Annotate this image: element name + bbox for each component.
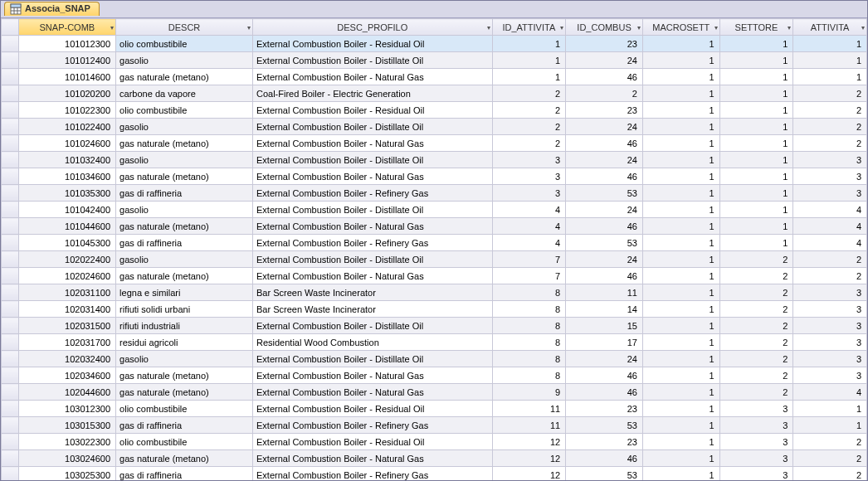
cell-snap[interactable]: 102044600 [18,384,115,401]
cell-snap[interactable]: 102022400 [18,251,115,268]
cell-activ[interactable]: 2 [793,434,867,450]
cell-id_att[interactable]: 4 [492,218,566,235]
table-row[interactable]: 103024600gas naturale (metano)External C… [2,450,867,467]
cell-sett[interactable]: 3 [719,434,793,450]
row-selector[interactable] [2,334,19,351]
cell-id_att[interactable]: 1 [492,52,566,69]
cell-snap[interactable]: 101044600 [18,218,115,235]
cell-macro[interactable]: 1 [642,434,719,450]
cell-snap[interactable]: 102024600 [18,268,115,284]
row-selector[interactable] [2,434,19,450]
cell-sett[interactable]: 2 [719,284,793,301]
cell-snap[interactable]: 103012300 [18,401,115,417]
cell-id_comb[interactable]: 53 [566,235,643,251]
cell-prof[interactable]: External Combustion Boiler - Distillate … [252,318,492,334]
cell-snap[interactable]: 101035300 [18,185,115,202]
cell-id_att[interactable]: 2 [492,85,566,102]
table-row[interactable]: olio combustibileExternal Combustion Boi… [2,36,867,52]
cell-snap[interactable]: 101042400 [18,202,115,218]
cell-id_comb[interactable]: 53 [566,467,643,481]
cell-id_att[interactable]: 3 [492,185,566,202]
cell-descr[interactable]: rifiuti industriali [116,318,253,334]
cell-sett[interactable]: 1 [719,52,793,69]
cell-sett[interactable]: 1 [719,119,793,135]
cell-sett[interactable]: 2 [719,318,793,334]
cell-prof[interactable]: External Combustion Boiler - Distillate … [252,251,492,268]
row-selector[interactable] [2,102,19,119]
row-selector[interactable] [2,85,19,102]
cell-snap[interactable]: 103022300 [18,434,115,450]
cell-prof[interactable]: Coal-Fired Boiler - Electric Generation [252,85,492,102]
chevron-down-icon[interactable]: ▾ [788,23,791,31]
cell-snap[interactable]: 101022400 [18,119,115,135]
row-selector[interactable] [2,52,19,69]
table-row[interactable]: 103025300gas di raffineriaExternal Combu… [2,467,867,481]
cell-descr[interactable]: gas naturale (metano) [116,367,253,384]
cell-id_comb[interactable]: 53 [566,185,643,202]
cell-macro[interactable]: 1 [642,367,719,384]
cell-id_att[interactable]: 8 [492,367,566,384]
chevron-down-icon[interactable]: ▾ [637,23,641,31]
cell-sett[interactable]: 2 [719,351,793,367]
row-selector[interactable] [2,218,19,235]
cell-id_comb[interactable]: 23 [566,401,643,417]
cell-snap[interactable]: 101024600 [18,135,115,152]
cell-descr[interactable]: olio combustibile [116,434,253,450]
cell-id_comb[interactable]: 46 [566,218,643,235]
cell-id_comb[interactable]: 11 [566,284,643,301]
table-row[interactable]: 101032400gasolioExternal Combustion Boil… [2,152,867,168]
cell-macro[interactable]: 1 [642,102,719,119]
cell-snap[interactable]: 102031400 [18,301,115,318]
cell-sett[interactable]: 1 [719,185,793,202]
cell-activ[interactable]: 3 [793,185,867,202]
cell-macro[interactable]: 1 [642,467,719,481]
cell-snap[interactable]: 101020200 [18,85,115,102]
cell-sett[interactable]: 2 [719,367,793,384]
cell-snap[interactable]: 103024600 [18,450,115,467]
cell-macro[interactable]: 1 [642,36,719,52]
cell-prof[interactable]: External Combustion Boiler - Distillate … [252,152,492,168]
cell-descr[interactable]: gasolio [116,202,253,218]
cell-prof[interactable]: External Combustion Boiler - Natural Gas [252,384,492,401]
datasheet-grid[interactable]: SNAP-COMB▾DESCR▾DESC_PROFILO▾ID_ATTIVITA… [1,17,867,480]
cell-prof[interactable]: External Combustion Boiler - Natural Gas [252,69,492,85]
table-tab[interactable]: Associa_SNAP [4,2,100,16]
cell-id_att[interactable]: 1 [492,69,566,85]
cell-descr[interactable]: gas naturale (metano) [116,218,253,235]
chevron-down-icon[interactable]: ▾ [861,23,865,31]
cell-id_att[interactable]: 2 [492,102,566,119]
table-row[interactable]: 102034600gas naturale (metano)External C… [2,367,867,384]
cell-activ[interactable]: 4 [793,218,867,235]
table-row[interactable]: 102031100legna e similariBar Screen Wast… [2,284,867,301]
cell-sett[interactable]: 1 [719,235,793,251]
column-header[interactable]: DESC_PROFILO▾ [252,19,492,36]
cell-activ[interactable]: 3 [793,351,867,367]
table-row[interactable]: 101012400gasolioExternal Combustion Boil… [2,52,867,69]
cell-activ[interactable]: 1 [793,36,867,52]
cell-prof[interactable]: External Combustion Boiler - Refinery Ga… [252,185,492,202]
cell-activ[interactable]: 2 [793,119,867,135]
cell-id_comb[interactable]: 24 [566,202,643,218]
row-selector[interactable] [2,268,19,284]
cell-macro[interactable]: 1 [642,284,719,301]
cell-id_comb[interactable]: 46 [566,168,643,185]
table-row[interactable]: 102031500rifiuti industrialiExternal Com… [2,318,867,334]
cell-descr[interactable]: gas di raffineria [116,467,253,481]
cell-descr[interactable]: gasolio [116,119,253,135]
cell-activ[interactable]: 1 [793,52,867,69]
cell-macro[interactable]: 1 [642,334,719,351]
table-row[interactable]: 101034600gas naturale (metano)External C… [2,168,867,185]
cell-macro[interactable]: 1 [642,218,719,235]
cell-sett[interactable]: 2 [719,334,793,351]
table-row[interactable]: 102031400rifiuti solidi urbaniBar Screen… [2,301,867,318]
cell-prof[interactable]: External Combustion Boiler - Refinery Ga… [252,467,492,481]
cell-descr[interactable]: gas naturale (metano) [116,168,253,185]
cell-sett[interactable]: 1 [719,85,793,102]
row-selector[interactable] [2,351,19,367]
cell-macro[interactable]: 1 [642,168,719,185]
row-selector[interactable] [2,367,19,384]
cell-sett[interactable]: 3 [719,417,793,434]
row-selector[interactable] [2,135,19,152]
cell-snap[interactable]: 103025300 [18,467,115,481]
cell-macro[interactable]: 1 [642,268,719,284]
